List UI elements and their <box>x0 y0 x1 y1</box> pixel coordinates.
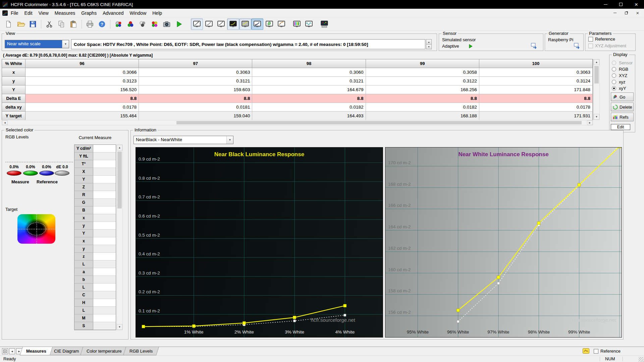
table-cell[interactable]: 0.0181 <box>139 103 252 112</box>
sensor-balls-button[interactable] <box>112 18 124 30</box>
save-button[interactable] <box>27 18 39 30</box>
table-vscrollbar[interactable]: ▲ ▼ <box>593 59 600 120</box>
delete-button[interactable]: Delete <box>611 103 634 111</box>
view-color-temp-button[interactable] <box>275 18 287 30</box>
measure-row-value[interactable] <box>93 260 116 268</box>
run-measures-button[interactable] <box>173 18 185 30</box>
table-cell[interactable]: 159.603 <box>139 85 252 94</box>
view-waveform-button[interactable] <box>303 18 315 30</box>
mdi-restore-button[interactable] <box>623 10 630 16</box>
table-cell[interactable]: 8.8 <box>139 94 252 103</box>
view-gamma-button[interactable] <box>191 18 203 30</box>
measure-row-value[interactable] <box>93 291 116 299</box>
grayscale-balls-button[interactable] <box>137 18 149 30</box>
measure-row-value[interactable] <box>93 284 116 291</box>
measure-row-value[interactable] <box>93 199 116 206</box>
table-cell[interactable]: 8.8 <box>366 94 479 103</box>
open-folder-button[interactable] <box>15 18 27 30</box>
preferences-button[interactable] <box>318 18 330 30</box>
table-cell[interactable]: 168.256 <box>366 85 479 94</box>
scrollbar-thumb[interactable] <box>594 66 599 83</box>
close-button[interactable]: × <box>629 0 644 9</box>
tab-color-temperature[interactable]: Color temperature <box>80 347 128 355</box>
menu-advanced[interactable]: Advanced <box>100 9 126 17</box>
display-option-xyy[interactable]: xyY <box>609 85 636 92</box>
table-cell[interactable]: 0.0178 <box>25 103 139 112</box>
information-select[interactable]: NearBlack - NearWhite ▼ <box>133 136 233 144</box>
table-cell[interactable]: 0.3123 <box>25 77 139 85</box>
scale-select[interactable]: Near white scale ▼ <box>5 40 69 48</box>
resize-grip[interactable] <box>639 357 644 362</box>
table-cell[interactable]: 0.3058 <box>366 68 479 77</box>
measure-row-value[interactable] <box>93 214 116 222</box>
cut-button[interactable] <box>43 18 55 30</box>
view-gamma-variant-button[interactable] <box>215 18 227 30</box>
measure-vscrollbar[interactable]: ▲ ▼ <box>116 144 123 330</box>
scrollbar-thumb[interactable] <box>176 121 582 124</box>
measure-row-value[interactable] <box>93 276 116 284</box>
table-cell[interactable]: 8.8 <box>25 94 139 103</box>
measure-row-value[interactable] <box>93 206 116 214</box>
menu-measures[interactable]: Measures <box>52 9 78 17</box>
view-near-black-button[interactable] <box>227 18 239 30</box>
table-cell[interactable]: 0.3122 <box>366 77 479 85</box>
refs-button[interactable]: Refs <box>611 113 634 121</box>
tab-measures[interactable]: Measures <box>20 347 53 355</box>
measure-row-value[interactable] <box>93 253 116 260</box>
scroll-left-icon[interactable]: ◄ <box>2 120 8 125</box>
table-cell[interactable]: 159.040 <box>139 112 252 120</box>
table-cell[interactable]: 8.8 <box>479 94 593 103</box>
scroll-right-icon[interactable]: ► <box>587 120 593 125</box>
sensor-config-icon[interactable] <box>530 42 538 50</box>
view-rgb-curves-button[interactable] <box>251 18 263 30</box>
view-near-white-button[interactable] <box>239 18 251 30</box>
table-cell[interactable]: 171.931 <box>479 112 593 120</box>
tab-scroll-left-button[interactable]: ◄ <box>9 348 15 354</box>
display-option-sensor[interactable]: Sensor <box>609 60 636 66</box>
measure-row-value[interactable] <box>93 183 116 191</box>
measure-row-value[interactable] <box>93 168 116 176</box>
column-header[interactable]: 98 <box>252 59 366 68</box>
column-header[interactable]: 100 <box>479 59 593 68</box>
chevron-down-icon[interactable]: ▼ <box>62 40 69 48</box>
measure-row-value[interactable] <box>93 160 116 168</box>
measure-row-value[interactable] <box>93 314 116 322</box>
measure-row-value[interactable] <box>93 322 116 330</box>
view-luminance-button[interactable] <box>203 18 215 30</box>
table-cell[interactable]: 0.0178 <box>479 103 593 112</box>
table-cell[interactable]: 0.0182 <box>252 103 366 112</box>
menu-window[interactable]: Window <box>126 9 149 17</box>
measure-row-value[interactable] <box>93 299 116 307</box>
camera-button[interactable] <box>161 18 173 30</box>
help-button[interactable]: ? <box>96 18 108 30</box>
menu-graphs[interactable]: Graphs <box>78 9 100 17</box>
saturations-balls-button[interactable] <box>149 18 161 30</box>
scroll-up-icon[interactable]: ▲ <box>117 145 122 150</box>
measure-row-value[interactable] <box>93 222 116 230</box>
column-header[interactable]: 96 <box>25 59 139 68</box>
chevron-down-icon[interactable]: ▼ <box>226 136 233 144</box>
pattern-indicator-icon[interactable] <box>583 348 589 355</box>
column-header[interactable]: 97 <box>139 59 252 68</box>
measure-row-value[interactable] <box>93 145 116 153</box>
tab-close-button[interactable] <box>2 348 8 354</box>
mdi-close-button[interactable]: × <box>634 10 641 16</box>
generator-config-icon[interactable] <box>573 42 581 50</box>
bottom-reference-checkbox[interactable]: Reference <box>594 349 621 354</box>
scroll-up-icon[interactable]: ▲ <box>594 59 599 65</box>
table-cell[interactable]: 0.3063 <box>479 68 593 77</box>
measure-row-value[interactable] <box>93 237 116 245</box>
table-cell[interactable]: 156.520 <box>25 85 139 94</box>
menu-file[interactable]: File <box>8 9 21 17</box>
table-cell[interactable]: 0.3121 <box>139 77 252 85</box>
new-file-button[interactable] <box>3 18 15 30</box>
paste-button[interactable] <box>67 18 79 30</box>
table-cell[interactable]: 0.3063 <box>139 68 252 77</box>
go-button[interactable]: Go <box>611 93 634 101</box>
scroll-down-icon[interactable]: ▼ <box>117 324 122 330</box>
table-cell[interactable]: 164.679 <box>252 85 366 94</box>
table-cell[interactable]: 0.3060 <box>252 68 366 77</box>
table-cell[interactable]: 0.3124 <box>479 77 593 85</box>
tab-cie-diagram[interactable]: CIE Diagram <box>48 347 86 355</box>
minimize-button[interactable] <box>598 0 613 9</box>
